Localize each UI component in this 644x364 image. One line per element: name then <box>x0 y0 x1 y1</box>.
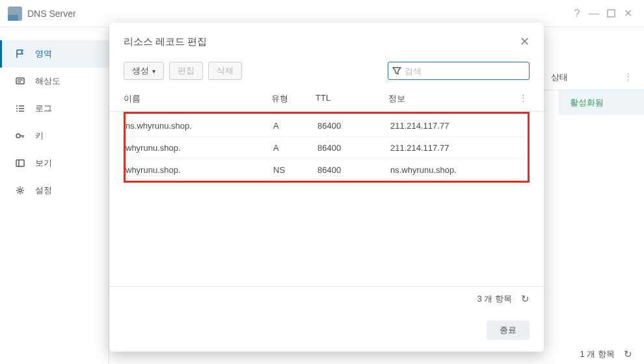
bg-status-header: 상태 <box>542 65 612 90</box>
sidebar-item-view[interactable]: 보기 <box>0 150 109 177</box>
table-head: 이름 유형 TTL 정보 ⋮ <box>109 86 544 112</box>
sidebar-item-label: 보기 <box>35 157 52 169</box>
col-name[interactable]: 이름 <box>124 86 271 111</box>
sidebar-item-label: 로그 <box>35 103 52 114</box>
create-button[interactable]: 생성▾ <box>124 62 164 80</box>
edit-button[interactable]: 편집 <box>169 62 203 80</box>
app-icon <box>8 6 22 21</box>
app-title: DNS Server <box>27 8 76 19</box>
page-footer: 1 개 항목 ↻ <box>580 348 632 360</box>
page-count: 1 개 항목 <box>580 348 615 360</box>
svg-rect-0 <box>608 10 615 17</box>
delete-button[interactable]: 삭제 <box>208 62 242 80</box>
search-wrap <box>388 62 530 80</box>
minimize-icon[interactable]: — <box>585 5 602 22</box>
sidebar-item-zone[interactable]: 영역 <box>0 40 109 68</box>
reload-icon[interactable]: ↻ <box>521 293 530 305</box>
col-ttl[interactable]: TTL <box>315 86 388 111</box>
sidebar-item-label: 키 <box>35 130 44 142</box>
col-info[interactable]: 정보 <box>388 86 517 111</box>
maximize-icon[interactable] <box>602 5 619 22</box>
sidebar-item-log[interactable]: 로그 <box>0 95 109 122</box>
bg-status-value: 활성화됨 <box>558 90 644 115</box>
resolution-icon <box>14 75 26 87</box>
modal-title: 리소스 레코드 편집 <box>124 36 207 48</box>
sidebar-item-resolution[interactable]: 해상도 <box>0 68 109 95</box>
flag-icon <box>14 48 26 60</box>
close-button[interactable]: 종료 <box>487 320 530 340</box>
gear-icon <box>14 185 26 196</box>
sidebar-item-key[interactable]: 키 <box>0 122 109 150</box>
item-count: 3 개 항목 <box>477 293 512 305</box>
table-row[interactable]: whyrunu.shop. NS 86400 ns.whyrunu.shop. <box>126 159 528 181</box>
sidebar-item-label: 설정 <box>35 185 52 196</box>
filter-icon[interactable] <box>392 66 401 75</box>
edit-modal: 리소스 레코드 편집 ✕ 생성▾ 편집 삭제 이름 유형 TTL 정보 ⋮ ns… <box>109 23 544 352</box>
sidebar-item-label: 해상도 <box>35 75 60 87</box>
svg-rect-1 <box>16 78 24 84</box>
help-icon[interactable]: ? <box>569 5 585 22</box>
reload-icon[interactable]: ↻ <box>624 348 632 360</box>
table-row[interactable]: ns.whyrunu.shop. A 86400 211.214.117.77 <box>126 115 528 137</box>
sidebar-item-label: 영역 <box>35 48 52 60</box>
list-icon <box>14 103 26 114</box>
sidebar-item-settings[interactable]: 설정 <box>0 177 109 204</box>
highlight-box: ns.whyrunu.shop. A 86400 211.214.117.77 … <box>124 112 530 183</box>
sidebar: 영역 해상도 로그 키 보기 <box>0 27 109 364</box>
key-icon <box>14 130 26 142</box>
search-input[interactable] <box>405 66 525 76</box>
svg-point-2 <box>16 134 20 138</box>
col-type[interactable]: 유형 <box>271 86 315 111</box>
svg-rect-3 <box>16 160 24 166</box>
chevron-down-icon: ▾ <box>152 68 155 75</box>
table-more-icon[interactable]: ⋮ <box>517 86 530 111</box>
more-icon[interactable]: ⋮ <box>612 65 644 90</box>
svg-point-4 <box>19 189 21 192</box>
table-row[interactable]: whyrunu.shop. A 86400 211.214.117.77 <box>126 137 528 159</box>
close-icon[interactable]: ✕ <box>619 5 636 22</box>
modal-close-icon[interactable]: ✕ <box>520 34 530 49</box>
view-icon <box>14 157 26 169</box>
